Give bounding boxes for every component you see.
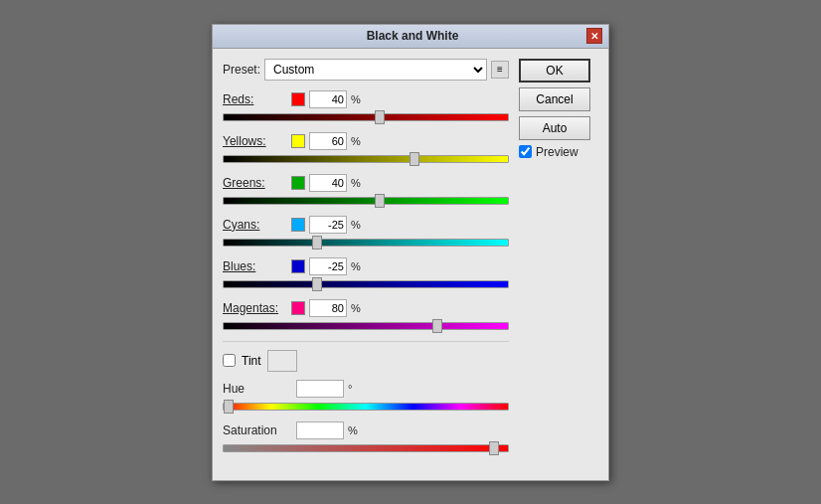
blues-percent: %: [351, 260, 361, 272]
black-and-white-dialog: Black and White ✕ Preset: Custom Default…: [212, 24, 609, 481]
yellows-percent: %: [351, 135, 361, 147]
magentas-track-container: [223, 319, 509, 333]
preview-checkbox[interactable]: [519, 145, 532, 158]
yellows-label: Yellows:: [223, 134, 287, 148]
hue-input[interactable]: [296, 380, 344, 398]
magentas-label: Magentas:: [223, 301, 287, 315]
cyans-swatch: [291, 218, 305, 232]
cancel-button[interactable]: Cancel: [519, 87, 590, 111]
reds-slider-row: Reds: %: [223, 90, 509, 124]
blues-thumb[interactable]: [312, 277, 322, 291]
reds-swatch: [291, 92, 305, 106]
close-button[interactable]: ✕: [586, 28, 602, 44]
saturation-label: Saturation: [223, 423, 292, 437]
reds-percent: %: [351, 93, 361, 105]
tint-row: Tint: [223, 350, 509, 372]
hue-label: Hue: [223, 382, 292, 396]
saturation-track-container: [223, 441, 509, 455]
magentas-percent: %: [351, 302, 361, 314]
cyans-label: Cyans:: [223, 218, 287, 232]
preset-select[interactable]: Custom Default High Contrast Blue Filter…: [264, 59, 487, 81]
cyans-percent: %: [351, 219, 361, 231]
magentas-slider-row: Magentas: %: [223, 299, 509, 333]
preset-options-icon[interactable]: ≡: [491, 61, 509, 79]
reds-label: Reds:: [223, 92, 287, 106]
greens-label: Greens:: [223, 176, 287, 190]
blues-input[interactable]: [309, 257, 347, 275]
reds-track-container: [223, 110, 509, 124]
magentas-swatch: [291, 301, 305, 315]
yellows-slider-row: Yellows: %: [223, 132, 509, 166]
blues-label: Blues:: [223, 259, 287, 273]
cyans-input[interactable]: [309, 216, 347, 234]
cyans-slider-row: Cyans: %: [223, 216, 509, 250]
greens-track[interactable]: [223, 197, 509, 205]
reds-thumb[interactable]: [375, 110, 385, 124]
tint-color-swatch[interactable]: [267, 350, 297, 372]
saturation-input[interactable]: [296, 421, 344, 439]
hue-track-container: [223, 400, 509, 414]
hue-row: Hue °: [223, 380, 509, 414]
yellows-swatch: [291, 134, 305, 148]
magentas-thumb[interactable]: [432, 319, 442, 333]
greens-percent: %: [351, 177, 361, 189]
preview-label: Preview: [536, 145, 578, 159]
magentas-input[interactable]: [309, 299, 347, 317]
tint-section: Tint Hue °: [223, 341, 509, 455]
greens-swatch: [291, 176, 305, 190]
cyans-thumb[interactable]: [312, 236, 322, 250]
reds-track[interactable]: [223, 113, 509, 121]
tint-checkbox[interactable]: [223, 354, 236, 367]
magentas-track[interactable]: [223, 322, 509, 330]
left-panel: Preset: Custom Default High Contrast Blu…: [223, 59, 509, 463]
dialog-title: Black and White: [239, 29, 586, 43]
title-bar: Black and White ✕: [213, 25, 608, 49]
hue-thumb[interactable]: [224, 400, 234, 414]
cyans-track-container: [223, 236, 509, 250]
hue-track[interactable]: [223, 403, 509, 411]
tint-label: Tint: [242, 354, 261, 368]
greens-track-container: [223, 194, 509, 208]
reds-input[interactable]: [309, 90, 347, 108]
yellows-thumb[interactable]: [410, 152, 419, 166]
yellows-track-container: [223, 152, 509, 166]
preview-row: Preview: [519, 145, 598, 159]
saturation-track[interactable]: [223, 444, 509, 452]
dialog-body: Preset: Custom Default High Contrast Blu…: [213, 49, 608, 473]
blues-swatch: [291, 259, 305, 273]
preset-row: Preset: Custom Default High Contrast Blu…: [223, 59, 509, 81]
blues-track[interactable]: [223, 280, 509, 288]
auto-button[interactable]: Auto: [519, 116, 590, 140]
greens-thumb[interactable]: [375, 194, 385, 208]
yellows-input[interactable]: [309, 132, 347, 150]
ok-button[interactable]: OK: [519, 59, 590, 83]
right-panel: OK Cancel Auto Preview: [519, 59, 598, 463]
preset-label: Preset:: [223, 63, 260, 77]
blues-slider-row: Blues: %: [223, 257, 509, 291]
saturation-unit: %: [348, 424, 358, 436]
blues-track-container: [223, 277, 509, 291]
saturation-thumb[interactable]: [489, 441, 499, 455]
greens-slider-row: Greens: %: [223, 174, 509, 208]
cyans-track[interactable]: [223, 239, 509, 247]
hue-degree: °: [348, 383, 352, 395]
greens-input[interactable]: [309, 174, 347, 192]
yellows-track[interactable]: [223, 155, 509, 163]
saturation-row: Saturation %: [223, 421, 509, 455]
